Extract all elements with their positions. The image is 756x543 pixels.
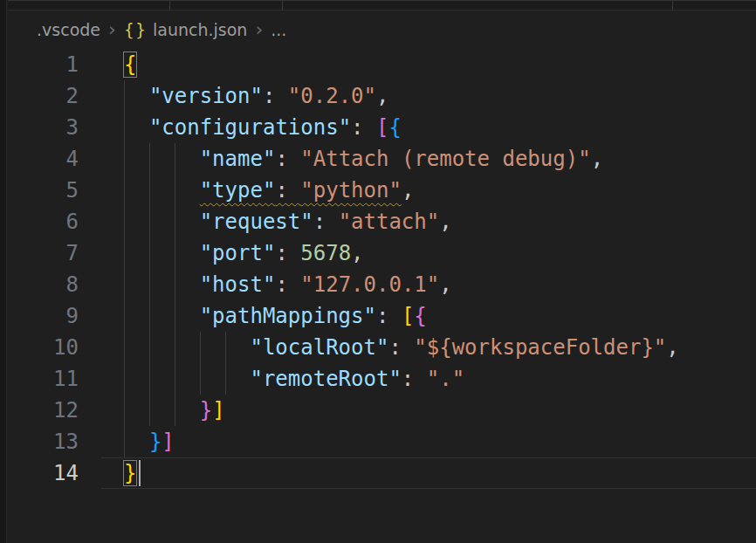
code-token: "python" bbox=[300, 178, 402, 203]
line-number[interactable]: 3 bbox=[8, 112, 101, 143]
indent-guide bbox=[124, 332, 149, 363]
indent-guide bbox=[124, 363, 149, 395]
indent-guide bbox=[175, 395, 200, 426]
indent-guide bbox=[124, 269, 149, 300]
indent-guide bbox=[175, 143, 200, 175]
line-number[interactable]: 8 bbox=[8, 269, 101, 300]
code-token: "localRoot" bbox=[250, 335, 388, 360]
chevron-right-icon: › bbox=[100, 20, 124, 39]
code-line-content[interactable]: "port": 5678, bbox=[101, 237, 756, 269]
json-file-icon: {} bbox=[124, 20, 147, 39]
code-line-content[interactable]: } bbox=[101, 457, 756, 489]
breadcrumb-symbol-path[interactable]: ... bbox=[271, 20, 286, 39]
line-number[interactable]: 10 bbox=[8, 332, 101, 363]
code-token: : bbox=[275, 147, 300, 171]
code-token: "version" bbox=[149, 84, 263, 108]
code-line-content[interactable]: "localRoot": "${workspaceFolder}", bbox=[101, 332, 756, 363]
indent-guide bbox=[124, 175, 149, 206]
code-token: ] bbox=[162, 430, 174, 454]
sidebar-edge bbox=[0, 0, 7, 543]
code-line-content[interactable]: }] bbox=[101, 395, 756, 426]
indent-guide bbox=[225, 363, 251, 395]
line-number[interactable]: 5 bbox=[8, 175, 101, 206]
tab-separator bbox=[169, 1, 170, 10]
code-line-content[interactable]: "request": "attach", bbox=[101, 206, 756, 237]
code-token: { bbox=[414, 304, 426, 328]
indent-guide bbox=[149, 237, 175, 269]
code-token: : bbox=[275, 178, 300, 203]
code-token: { bbox=[388, 115, 401, 140]
code-line: 8"host": "127.0.0.1", bbox=[8, 269, 756, 300]
code-line-content[interactable]: "configurations": [{ bbox=[101, 112, 756, 143]
line-number[interactable]: 4 bbox=[8, 143, 101, 175]
code-line-content[interactable]: { bbox=[101, 49, 756, 80]
breadcrumb: .vscode › {} launch.json › ... bbox=[8, 10, 756, 49]
indent-guide bbox=[175, 237, 200, 269]
code-token: "." bbox=[427, 367, 464, 391]
indent-guide bbox=[149, 269, 175, 300]
code-token: "host" bbox=[200, 272, 276, 297]
indent-guide bbox=[149, 206, 175, 237]
code-token: [ bbox=[376, 115, 388, 140]
code-token: "port" bbox=[200, 241, 276, 265]
code-line-content[interactable]: "remoteRoot": "." bbox=[101, 363, 756, 395]
tab-bar-bottom-edge bbox=[8, 0, 756, 10]
code-token: , bbox=[351, 241, 363, 265]
code-token: "${workspaceFolder}" bbox=[414, 335, 666, 360]
code-token: : bbox=[351, 115, 376, 140]
indent-guide bbox=[149, 143, 175, 175]
indent-guide bbox=[175, 175, 200, 206]
code-line-content[interactable]: "pathMappings": [{ bbox=[101, 300, 756, 332]
code-line: 6"request": "attach", bbox=[8, 206, 756, 237]
indent-guide bbox=[124, 80, 149, 112]
code-token: "127.0.0.1" bbox=[300, 272, 439, 297]
code-token: "remoteRoot" bbox=[250, 367, 401, 391]
code-token: : bbox=[275, 241, 300, 265]
indent-guide bbox=[175, 206, 200, 237]
line-number[interactable]: 7 bbox=[8, 237, 101, 269]
code-token: { bbox=[124, 52, 136, 77]
code-line-content[interactable]: }] bbox=[101, 426, 756, 457]
code-token: 5678 bbox=[300, 241, 351, 265]
line-number[interactable]: 6 bbox=[8, 206, 101, 237]
chevron-right-icon: › bbox=[247, 20, 271, 39]
indent-guide bbox=[124, 112, 149, 143]
code-line-content[interactable]: "version": "0.2.0", bbox=[101, 80, 756, 112]
code-line: 9"pathMappings": [{ bbox=[8, 300, 756, 332]
code-token: : bbox=[313, 210, 339, 234]
line-number[interactable]: 2 bbox=[8, 80, 101, 112]
indent-guide bbox=[175, 363, 200, 395]
indent-guide bbox=[175, 300, 200, 332]
code-token: "attach" bbox=[339, 210, 440, 234]
code-line: 3"configurations": [{ bbox=[8, 112, 756, 143]
code-token: , bbox=[439, 210, 451, 234]
code-line-content[interactable]: "host": "127.0.0.1", bbox=[101, 269, 756, 300]
indent-guide bbox=[200, 332, 225, 363]
tab-separator bbox=[672, 1, 673, 10]
indent-guide bbox=[149, 395, 175, 426]
code-editor[interactable]: 1{2"version": "0.2.0",3"configurations":… bbox=[8, 49, 756, 543]
indent-guide bbox=[149, 300, 175, 332]
line-number[interactable]: 12 bbox=[8, 395, 101, 426]
indent-guide bbox=[124, 143, 149, 175]
code-token: , bbox=[439, 272, 451, 297]
breadcrumb-folder[interactable]: .vscode bbox=[37, 20, 100, 39]
code-token: "type" bbox=[200, 178, 276, 203]
breadcrumb-file[interactable]: launch.json bbox=[153, 20, 247, 39]
code-line-content[interactable]: "name": "Attach (remote debug)", bbox=[101, 143, 756, 175]
line-number[interactable]: 14 bbox=[8, 457, 101, 489]
code-line: 14} bbox=[8, 457, 756, 489]
line-number[interactable]: 1 bbox=[8, 49, 101, 80]
code-line-content[interactable]: "type": "python", bbox=[101, 175, 756, 206]
code-token: , bbox=[402, 178, 414, 203]
line-number[interactable]: 9 bbox=[8, 300, 101, 332]
line-number[interactable]: 11 bbox=[8, 363, 101, 395]
indent-guide bbox=[149, 332, 175, 363]
code-token: : bbox=[263, 84, 288, 108]
code-lines: 1{2"version": "0.2.0",3"configurations":… bbox=[8, 49, 756, 489]
code-token: : bbox=[376, 304, 402, 328]
line-number[interactable]: 13 bbox=[8, 426, 101, 457]
indent-guide bbox=[124, 395, 149, 426]
code-token: "name" bbox=[200, 147, 276, 171]
code-token: "request" bbox=[200, 210, 313, 234]
